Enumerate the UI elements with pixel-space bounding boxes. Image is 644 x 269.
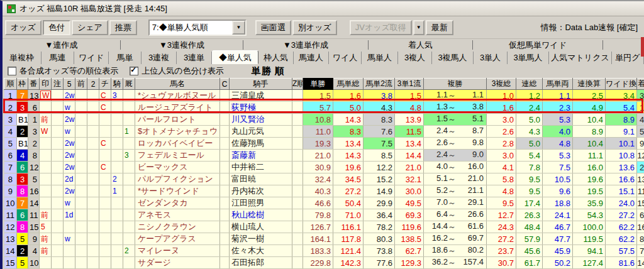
col-header-renso[interactable]: 連総 [516,79,543,90]
col-header-umatan_ryo[interactable]: 馬単両 [543,79,573,90]
table-row[interactable]: 6482w3フェデルミエール斎藤新21.014.38.514.42.4～9.03… [4,150,644,162]
tab-wide[interactable]: ワイド [74,52,109,64]
col-header-santan_1ryu[interactable]: 3単1流 [395,79,424,90]
cell-c [220,114,230,126]
table-row[interactable]: 11611前1dアネモス秋山稔樹79.871.036.469.36.4～26.6… [4,209,644,221]
table-row[interactable]: 10714wゼンダンタカ江田照男46.650.429.949.57.0～29.1… [4,197,644,209]
col-header-mark_chu[interactable]: 注 [52,79,64,90]
col-header-mark_mae[interactable]: 前 [75,79,87,90]
tab-santan-uma-nin[interactable]: 3単馬人 [508,52,549,64]
display-mode-select[interactable]: 7:◆単勝人気順 ▼ [148,19,247,36]
col-header-horse[interactable]: 馬名 [135,79,220,90]
table-row[interactable]: 423Ww1$オトメナシャチョウ丸山元気11.08.37.611.52.4～8.… [4,126,644,138]
cell-umatan_ryo: 2.3 [543,102,573,114]
cell-fukusho: 1.1～1.1 [424,90,487,102]
tab-waku-ninki[interactable]: 枠人気 [258,52,294,64]
jv-odds-dropdown-button[interactable]: ▼ [413,20,425,35]
col-header-fukusho[interactable]: 複勝 [424,79,487,90]
col-header-zjun[interactable]: Z順 [292,79,303,90]
tab-sanpuku-uma-nin[interactable]: 3複馬人 [432,52,474,64]
table-row[interactable]: 128155ニシノクラウン横山琉人126.7116.178.2119.614.4… [4,221,644,233]
jv-odds-fetch-button[interactable]: JVオッズ取得 [350,20,412,35]
table-row[interactable]: 1359前wケープアグラス菊沢一樹164.1117.880.3138.516.2… [4,233,644,245]
cell-rank: 14 [4,245,17,257]
tab-tan-en-graph[interactable]: 単円グ [612,52,644,64]
col-header-rank[interactable]: 順 [4,79,17,90]
tab-wide-nin[interactable]: ワイ人 [329,52,362,64]
share-button[interactable]: シェア [72,20,108,35]
col-header-c[interactable]: C [220,79,230,90]
group-chaku-ninki[interactable]: 着人気 [369,40,473,50]
tab-ninki-matrix[interactable]: 人気マトリクス [549,52,612,64]
cell-num: 6 [28,102,40,114]
color-display-checkbox[interactable]: 上位人気の色分け表示 [130,65,224,77]
col-header-mark_in[interactable]: 印 [40,79,52,90]
cell-mark_ki [111,209,123,221]
col-header-chaku[interactable]: 着 [637,79,644,90]
tab-santan-nin[interactable]: 3単人 [474,52,508,64]
tab-umaren[interactable]: 馬連 [42,52,74,64]
tab-tanpukuwaku[interactable]: 単複枠 [3,52,42,64]
cell-jockey: 秋山稔樹 [230,209,292,221]
cell-mark_two [87,150,99,162]
tab-sanrentan[interactable]: 3連単 [177,52,212,64]
tab-sanpuku-nin[interactable]: 3複人 [398,52,432,64]
group-sanrenpuku-sakusei[interactable]: ▼3連複作成 [121,40,243,50]
table-row[interactable]: 15510サダージ石田拓郎229.8142.377.6129.336.2～157… [4,257,644,269]
other-odds-button[interactable]: 別オッズ [292,20,337,35]
group-kaso-umatan-wide[interactable]: 仮想馬単ワイド [473,40,603,50]
cell-horse: ケープアグラス [135,233,220,245]
cell-mark_kyu [123,173,135,185]
table-row[interactable]: 1424前2マイレーヌ佐々木大183.3121.473.862.718.6～80… [4,245,644,257]
cell-umatan_so: 34.5 [333,173,364,185]
col-header-mark_two[interactable]: 2 [87,79,99,90]
window-titlebar[interactable]: オッズ 福島10R 福島放送賞 [発走 14:45] [3,1,644,16]
cell-num: 1 [28,114,40,126]
col-header-mark_chi[interactable]: チ [99,79,111,90]
table-row[interactable]: 1713W2wC3*シュヴァルボヌール三浦皇成1.51.63.81.51.1～1… [4,90,644,102]
tab-tan-ninki[interactable]: ◆単人気 [212,50,258,64]
tab-umaren-nin[interactable]: 馬連人 [294,52,329,64]
cell-mark_five: w [64,102,75,114]
table-row[interactable]: 8352d2パルプフィクション富田暁32.434.515.232.15.1～21… [4,173,644,185]
cell-umatan_ryo: 45.9 [543,245,573,257]
col-header-jockey[interactable]: 騎手 [230,79,292,90]
col-header-mark_kyu[interactable]: 厩 [123,79,135,90]
checkbox-icon [8,67,16,75]
cell-mark_in: W [40,126,52,138]
odds-button[interactable]: オッズ [5,20,42,35]
tab-umatan-nin[interactable]: 馬単人 [362,52,398,64]
table-row[interactable]: 76122wCビーマックス中井裕二30.919.612.221.04.0～16.… [4,162,644,173]
col-header-tansho[interactable]: 単勝 [303,79,333,90]
col-header-renkansan[interactable]: 連換算 [573,79,606,90]
cell-fukusho: 5.1～21.0 [424,173,487,185]
table-row[interactable]: 236wCルージュアズライト荻野極5.75.04.34.81.3～3.81.62… [4,102,644,114]
refresh-button[interactable]: 最新 [426,20,453,35]
cell-santan_1ryu: 1.5 [395,90,424,102]
screen-select-button[interactable]: 画面選 [255,20,291,35]
group-sanrentan-sakusei[interactable]: ▼3連単作成 [243,40,369,50]
tab-sanrenpuku[interactable]: 3連複 [142,52,177,64]
col-header-sanpuku_so[interactable]: 3複総 [487,79,516,90]
col-header-num[interactable]: 番 [28,79,40,90]
col-header-wide_kan[interactable]: ワイド換 [606,79,637,90]
col-header-umatan_so[interactable]: 馬単総 [333,79,364,90]
col-header-mark_ki[interactable]: 騎 [111,79,123,90]
group-ren-sakusei[interactable]: ▼連作成 [3,40,121,50]
cell-c [220,245,230,257]
col-header-umatan_2ryu[interactable]: 馬単2流 [364,79,395,90]
rank-display-checkbox[interactable]: 各合成オッズ等の順位表示 [8,65,118,77]
tab-umatan[interactable]: 馬単 [109,52,142,64]
chevron-down-icon[interactable]: ▼ [232,21,245,35]
col-header-mark_five[interactable]: 5 [64,79,75,90]
cell-mark_chi [99,197,111,209]
cell-num: 4 [28,245,40,257]
table-row[interactable]: 3B11前2wパールフロント川又賢治10.814.38.313.91.5～5.1… [4,114,644,126]
vote-button[interactable]: 推票 [109,20,137,35]
cell-mark_in: W [40,90,52,102]
table-row[interactable]: 5B122wCロッカバイベイビー佐藤翔馬19.313.47.513.42.6～9… [4,138,644,150]
col-header-waku[interactable]: 枠 [17,79,28,90]
table-row[interactable]: 98162w1*サードウインド丹内祐次40.327.214.930.05.2～2… [4,185,644,197]
coloring-button[interactable]: 色付 [43,20,70,35]
cell-mark_kyu: 2 [123,245,135,257]
